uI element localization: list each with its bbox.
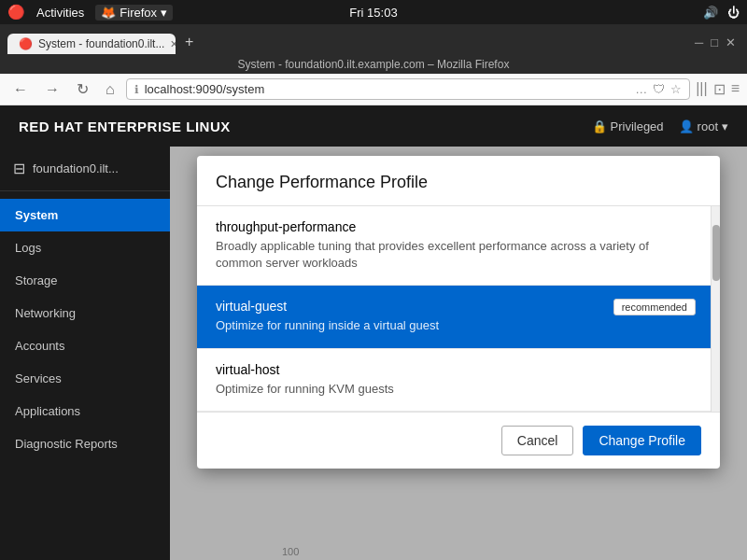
sidebar-item-networking[interactable]: Networking [0, 297, 170, 329]
profile-desc-virtual-host: Optimize for running KVM guests [216, 381, 692, 398]
window-close-button[interactable]: ✕ [726, 35, 736, 49]
sidebar-item-system-label: System [15, 208, 58, 222]
change-profile-dialog: Change Performance Profile throughput-pe… [197, 156, 720, 469]
window-maximize-button[interactable]: □ [711, 35, 718, 49]
sidebar-host[interactable]: ⊟ foundation0.ilt... [0, 147, 170, 191]
sidebar-item-accounts[interactable]: Accounts [0, 329, 170, 362]
shield-button[interactable]: 🛡 [653, 82, 665, 96]
app-title: RED HAT ENTERPRISE LINUX [19, 119, 231, 134]
dialog-footer: Cancel Change Profile [197, 412, 720, 469]
window-minimize-button[interactable]: ─ [695, 35, 703, 49]
firefox-chevron-icon: ▾ [161, 6, 167, 20]
cancel-button[interactable]: Cancel [501, 426, 574, 455]
sidebar-nav: System Logs Storage Networking Accounts … [0, 191, 170, 560]
app-header-right: 🔒 Privileged 👤 root ▾ [592, 119, 729, 133]
tab-favicon: 🔴 [19, 37, 33, 50]
sidebar-item-logs[interactable]: Logs [0, 231, 170, 264]
sidebar-item-accounts-label: Accounts [15, 339, 64, 353]
dialog-scroll-container: throughput-performance Broadly applicabl… [197, 206, 720, 412]
content-area: 100 Change Performance Profile throughpu… [170, 147, 747, 560]
change-profile-button[interactable]: Change Profile [583, 426, 701, 455]
sidebar-item-diagnostic-reports[interactable]: Diagnostic Reports [0, 427, 170, 460]
sidebar-item-storage-label: Storage [15, 273, 58, 287]
redhat-icon: 🔴 [7, 4, 25, 21]
url-bar[interactable]: ℹ localhost:9090/system … 🛡 ☆ [126, 78, 691, 100]
profile-name-throughput: throughput-performance [216, 219, 692, 234]
dialog-scrollbar-thumb [712, 225, 720, 281]
sidebar-item-applications-label: Applications [15, 404, 80, 418]
profile-option-throughput[interactable]: throughput-performance Broadly applicabl… [197, 206, 711, 286]
sidebar-item-services[interactable]: Services [0, 362, 170, 395]
os-topbar-right: 🔊 ⏻ [703, 6, 740, 20]
firefox-icon: 🦊 [101, 6, 116, 20]
content-background: 100 Change Performance Profile throughpu… [170, 147, 747, 560]
sidebar-host-label: foundation0.ilt... [33, 161, 119, 175]
privileged-label: Privileged [611, 119, 664, 133]
sidebar-item-diagnostic-reports-label: Diagnostic Reports [15, 437, 118, 451]
sidebar-item-networking-label: Networking [15, 306, 76, 320]
toolbar-right: ||| ⊡ ≡ [696, 80, 740, 98]
sidebar: ⊟ foundation0.ilt... System Logs Storage… [0, 147, 170, 560]
home-button[interactable]: ⌂ [100, 79, 120, 100]
main-layout: ⊟ foundation0.ilt... System Logs Storage… [0, 147, 747, 560]
tab-title: System - foundation0.ilt... [38, 37, 164, 50]
forward-button[interactable]: → [39, 79, 65, 100]
library-button[interactable]: ||| [696, 80, 707, 98]
dialog-header: Change Performance Profile [197, 156, 720, 206]
user-menu-chevron-icon: ▾ [722, 119, 728, 133]
privileged-indicator: 🔒 Privileged [592, 119, 664, 133]
sidebar-item-services-label: Services [15, 371, 62, 385]
sidebar-item-storage[interactable]: Storage [0, 264, 170, 297]
recommended-badge: recommended [613, 299, 696, 315]
dialog-scrollbar[interactable] [711, 206, 720, 412]
back-button[interactable]: ← [7, 79, 34, 100]
activities-label[interactable]: Activities [36, 6, 84, 20]
firefox-label: Firefox [120, 6, 157, 20]
sidebar-toggle-button[interactable]: ⊡ [713, 80, 726, 98]
sidebar-item-logs-label: Logs [15, 241, 41, 255]
sidebar-item-applications[interactable]: Applications [0, 395, 170, 427]
browser-tab-active[interactable]: 🔴 System - foundation0.ilt... ✕ [7, 34, 176, 54]
root-label: root [698, 119, 718, 133]
user-icon: 👤 [679, 119, 694, 133]
menu-button[interactable]: ≡ [731, 80, 740, 98]
host-icon: ⊟ [13, 160, 25, 177]
browser-toolbar: ← → ↻ ⌂ ℹ localhost:9090/system … 🛡 ☆ ||… [0, 74, 747, 105]
profile-name-virtual-host: virtual-host [216, 362, 692, 377]
profile-desc-virtual-guest: Optimize for running inside a virtual gu… [216, 317, 692, 334]
sidebar-item-system[interactable]: System [0, 199, 170, 231]
app-header: RED HAT ENTERPRISE LINUX 🔒 Privileged 👤 … [0, 105, 747, 147]
url-text: localhost:9090/system [145, 82, 630, 96]
dialog-title: Change Performance Profile [216, 173, 428, 191]
profile-option-virtual-host[interactable]: virtual-host Optimize for running KVM gu… [197, 349, 711, 412]
user-menu[interactable]: 👤 root ▾ [679, 119, 728, 133]
browser-chrome: 🔴 System - foundation0.ilt... ✕ + ─ □ ✕ … [0, 24, 747, 74]
browser-tabs: 🔴 System - foundation0.ilt... ✕ + [7, 30, 203, 54]
reload-button[interactable]: ↻ [71, 78, 94, 100]
profile-option-virtual-guest[interactable]: virtual-guest recommended Optimize for r… [197, 286, 711, 348]
os-topbar-left: 🔴 Activities 🦊 Firefox ▾ [7, 4, 173, 21]
dialog-profile-list: throughput-performance Broadly applicabl… [197, 206, 711, 412]
dialog-body: throughput-performance Broadly applicabl… [197, 206, 720, 412]
browser-window-title: System - foundation0.ilt.example.com – M… [238, 58, 510, 71]
new-tab-button[interactable]: + [176, 30, 203, 54]
bookmark-button[interactable]: ☆ [670, 82, 682, 96]
os-datetime: Fri 15:03 [349, 6, 397, 20]
os-topbar: 🔴 Activities 🦊 Firefox ▾ Fri 15:03 🔊 ⏻ [0, 0, 747, 24]
lock-icon: 🔒 [592, 119, 607, 133]
volume-icon[interactable]: 🔊 [703, 6, 718, 20]
url-actions: … 🛡 ☆ [635, 82, 682, 96]
power-icon[interactable]: ⏻ [727, 6, 740, 20]
profile-desc-throughput: Broadly applicable tuning that provides … [216, 238, 692, 272]
overflow-button[interactable]: … [635, 82, 647, 96]
firefox-menu[interactable]: 🦊 Firefox ▾ [95, 5, 173, 21]
url-lock-icon: ℹ [134, 83, 139, 96]
dialog-overlay: Change Performance Profile throughput-pe… [170, 147, 747, 560]
